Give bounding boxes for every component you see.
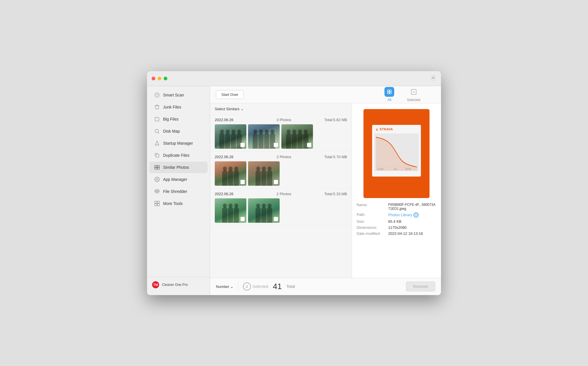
photo-group-1: 2022.06.26 3 Photos Total:5.82 MB bbox=[210, 115, 352, 152]
info-value-size: 85.4 KB bbox=[388, 219, 401, 224]
photo-checkbox-6[interactable] bbox=[240, 217, 245, 221]
app-manager-icon bbox=[154, 176, 160, 183]
all-tab-icon bbox=[384, 87, 394, 97]
group-count-1: 3 Photos bbox=[243, 118, 324, 122]
sidebar-item-file-shredder[interactable]: File Shredder bbox=[149, 186, 208, 197]
number-sort-label: Number ⌄ bbox=[216, 284, 233, 289]
photo-thumb-5[interactable] bbox=[248, 161, 280, 186]
maximize-button[interactable] bbox=[164, 77, 167, 80]
group-photos-1 bbox=[210, 124, 352, 149]
photo-checkbox-7[interactable] bbox=[274, 217, 278, 221]
traffic-lights bbox=[152, 77, 167, 80]
strava-logo-text: STRAVA bbox=[380, 127, 393, 131]
select-similars-button[interactable]: Select Similars ⌄ bbox=[215, 107, 244, 111]
info-label-path: Path: bbox=[357, 212, 388, 218]
photo-thumb-4[interactable] bbox=[215, 161, 246, 186]
photo-checkbox-5[interactable] bbox=[274, 180, 278, 184]
selected-count-circle: 0 bbox=[243, 282, 251, 291]
sidebar-item-label: App Manager bbox=[163, 177, 187, 182]
svg-line-3 bbox=[158, 132, 159, 133]
sidebar-item-big-files[interactable]: Big Files bbox=[149, 113, 208, 125]
list-header: Select Similars ⌄ bbox=[210, 103, 352, 115]
group-photos-2 bbox=[210, 161, 352, 186]
preview-panel: STRAVA 7.2 km 4 m 1h 7m bbox=[352, 103, 441, 278]
brand-logo-icon: TM bbox=[152, 281, 160, 289]
strava-chart: 7.2 km 4 m 1h 7m bbox=[374, 133, 419, 171]
info-row-dimensions: Dimensions: 1170x2080 bbox=[357, 225, 436, 230]
sidebar-item-duplicate-files[interactable]: Duplicate Files bbox=[149, 150, 208, 161]
info-label-size: Size: bbox=[357, 219, 388, 224]
tab-all[interactable]: All bbox=[381, 86, 398, 103]
sidebar-item-label: Startup Manager bbox=[163, 141, 193, 146]
svg-rect-13 bbox=[155, 204, 157, 206]
svg-text:i: i bbox=[416, 214, 416, 216]
info-row-path: Path: Photos Library i bbox=[357, 212, 436, 218]
start-over-button[interactable]: Start Over bbox=[216, 90, 244, 99]
info-row-date: Date modified: 2022-04-12 16:13:18 bbox=[357, 231, 436, 236]
group-size-2: Total:5.70 MB bbox=[324, 155, 347, 159]
info-value-date: 2022-04-12 16:13:18 bbox=[388, 231, 423, 236]
strava-header: STRAVA bbox=[374, 127, 419, 131]
group-photos-3 bbox=[210, 198, 352, 223]
sidebar-item-app-manager[interactable]: App Manager bbox=[149, 174, 208, 185]
total-count-label: Total bbox=[287, 284, 295, 289]
tab-selected-label: Selected bbox=[407, 98, 420, 102]
photo-thumb-7[interactable] bbox=[248, 198, 280, 223]
sidebar-item-label: Disk Map bbox=[163, 129, 180, 133]
sidebar-footer: TM Cleaner One Pro bbox=[147, 277, 210, 292]
svg-rect-18 bbox=[390, 90, 391, 92]
photo-checkbox-1[interactable] bbox=[240, 143, 245, 147]
photo-checkbox-4[interactable] bbox=[240, 180, 245, 184]
content-area: Start Over All bbox=[210, 86, 441, 295]
info-row-size: Size: 85.4 KB bbox=[357, 219, 436, 224]
close-button[interactable] bbox=[152, 77, 155, 80]
sidebar-item-disk-map[interactable]: Disk Map bbox=[149, 125, 208, 137]
svg-rect-6 bbox=[157, 165, 160, 167]
photo-groups: 2022.06.26 3 Photos Total:5.82 MB bbox=[210, 115, 352, 278]
settings-icon[interactable] bbox=[430, 75, 436, 82]
svg-text:7.2 km: 7.2 km bbox=[377, 168, 384, 171]
selected-count-display: 0 Selected bbox=[243, 282, 268, 291]
total-count-value: 41 bbox=[273, 282, 282, 291]
sidebar-item-more-tools[interactable]: More Tools bbox=[149, 198, 208, 209]
duplicate-icon bbox=[154, 152, 160, 158]
minimize-button[interactable] bbox=[158, 77, 161, 80]
photo-checkbox-3[interactable] bbox=[307, 143, 312, 147]
preview-image: STRAVA 7.2 km 4 m 1h 7m bbox=[363, 109, 430, 198]
photo-checkbox-2[interactable] bbox=[274, 143, 278, 147]
group-header-2: 2022.06.26 2 Photos Total:5.70 MB bbox=[210, 155, 352, 161]
sidebar: Smart Scan Junk Files Big Files bbox=[147, 86, 210, 295]
svg-text:4 m: 4 m bbox=[394, 168, 397, 171]
sidebar-item-junk-files[interactable]: Junk Files bbox=[149, 101, 208, 113]
svg-point-2 bbox=[155, 129, 158, 133]
photo-thumb-1[interactable] bbox=[215, 124, 246, 149]
disk-map-icon bbox=[154, 128, 160, 134]
svg-rect-10 bbox=[155, 190, 160, 191]
bottom-bar-divider bbox=[238, 282, 238, 291]
sidebar-item-smart-scan[interactable]: Smart Scan bbox=[149, 89, 208, 101]
sidebar-item-similar-photos[interactable]: Similar Photos bbox=[149, 162, 208, 173]
info-label-dimensions: Dimensions: bbox=[357, 225, 388, 230]
svg-point-0 bbox=[432, 77, 434, 79]
info-value-path[interactable]: Photos Library i bbox=[388, 212, 419, 218]
main-content: Smart Scan Junk Files Big Files bbox=[147, 86, 441, 295]
group-count-3: 2 Photos bbox=[243, 192, 324, 196]
remove-button[interactable]: Remove bbox=[406, 282, 435, 291]
tab-all-label: All bbox=[388, 98, 391, 102]
file-info: Name: F658890F-FCFE-4F...560073A71ED1.jp… bbox=[352, 198, 441, 242]
sidebar-item-label: Junk Files bbox=[163, 105, 181, 109]
photo-thumb-6[interactable] bbox=[215, 198, 246, 223]
svg-rect-4 bbox=[156, 154, 159, 157]
sidebar-item-label: Duplicate Files bbox=[163, 153, 189, 158]
preview-inner-card: STRAVA 7.2 km 4 m 1h 7m bbox=[372, 125, 421, 177]
similar-photos-icon bbox=[154, 164, 160, 171]
path-link-icon[interactable]: i bbox=[413, 212, 419, 218]
photo-thumb-2[interactable] bbox=[248, 124, 280, 149]
sidebar-item-startup-manager[interactable]: Startup Manager bbox=[149, 138, 208, 149]
number-sort-dropdown[interactable]: Number ⌄ bbox=[216, 284, 233, 289]
main-window: Smart Scan Junk Files Big Files bbox=[147, 71, 441, 295]
tab-selected[interactable]: Selected bbox=[403, 86, 424, 103]
group-date-1: 2022.06.26 bbox=[215, 118, 243, 122]
svg-text:1h 7m: 1h 7m bbox=[405, 168, 411, 171]
photo-thumb-3[interactable] bbox=[281, 124, 313, 149]
